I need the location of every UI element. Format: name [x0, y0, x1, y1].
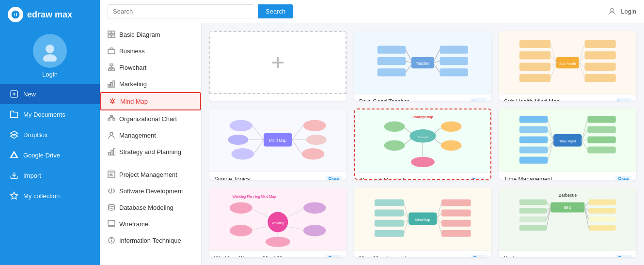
- svg-marker-7: [11, 134, 18, 139]
- secondary-nav-label: Strategy and Planning: [119, 148, 181, 156]
- svg-rect-76: [519, 74, 550, 81]
- mindmap-icon: [109, 97, 116, 105]
- secondary-nav-item-database[interactable]: Database Modeling: [100, 199, 201, 216]
- svg-rect-61: [377, 68, 406, 76]
- secondary-nav-item-management[interactable]: Management: [100, 127, 201, 143]
- svg-point-140: [230, 225, 252, 236]
- svg-rect-23: [108, 84, 110, 87]
- secondary-nav-item-flowchart[interactable]: Flowchart: [100, 59, 201, 76]
- svg-line-70: [434, 64, 440, 72]
- secondary-nav-label: Information Technique: [119, 237, 181, 244]
- template-card-mind-map-template[interactable]: Mind Map: [354, 187, 491, 257]
- template-card-wedding[interactable]: Wedding Planning Mind Map Wedding: [209, 187, 346, 257]
- template-card-concept-map[interactable]: Concept Map Concept: [354, 109, 491, 180]
- svg-rect-34: [108, 119, 110, 120]
- svg-line-65: [406, 49, 411, 61]
- secondary-nav-label: Project Management: [119, 171, 177, 178]
- new-template-card[interactable]: +: [209, 31, 346, 101]
- svg-point-110: [411, 157, 435, 167]
- svg-line-130: [548, 140, 554, 150]
- svg-rect-14: [112, 35, 115, 38]
- svg-rect-24: [110, 82, 112, 87]
- template-card-time-mgmt[interactable]: Time Mgmt: [499, 109, 636, 180]
- svg-rect-78: [585, 51, 616, 59]
- svg-rect-64: [440, 68, 469, 76]
- title-row: Time Management Free: [504, 176, 631, 180]
- wedding-thumb: Wedding Planning Mind Map Wedding: [209, 187, 346, 250]
- time-mgmt-info: Time Management Free 👍 0 ♡ 0 ⧉ 0: [499, 171, 636, 180]
- secondary-nav-item-project-mgmt[interactable]: Project Management: [100, 166, 201, 183]
- secondary-nav-item-marketing[interactable]: Marketing: [100, 76, 201, 92]
- secondary-nav-item-org-chart[interactable]: Organizational Chart: [100, 110, 201, 127]
- grid-icon: [108, 31, 115, 38]
- secondary-nav-item-software-dev[interactable]: Software Development: [100, 183, 201, 199]
- sidebar-item-my-collection[interactable]: My collection: [0, 186, 100, 206]
- svg-line-145: [252, 227, 268, 230]
- concept-map-diagram: Concept Map Concept: [362, 112, 484, 169]
- svg-point-26: [111, 100, 114, 103]
- svg-line-31: [113, 102, 115, 104]
- template-badge: Free: [326, 255, 342, 257]
- svg-rect-33: [110, 115, 112, 117]
- template-badge: Free: [471, 98, 487, 101]
- svg-rect-176: [519, 225, 547, 231]
- template-card-sub-health[interactable]: Sub Health: [499, 31, 636, 101]
- svg-line-68: [434, 49, 440, 61]
- svg-rect-43: [113, 149, 115, 155]
- sub-health-info: Sub Health Mind Map Free 👍 0 ♡ 0 ⧉ 2: [499, 94, 636, 101]
- avatar: [33, 34, 67, 68]
- sidebar-item-new[interactable]: New: [0, 84, 100, 104]
- header-login-label[interactable]: Login: [621, 8, 636, 15]
- svg-point-108: [441, 122, 462, 132]
- svg-text:Mind Map: Mind Map: [269, 139, 287, 143]
- svg-rect-60: [377, 57, 406, 64]
- search-input[interactable]: [108, 4, 253, 18]
- secondary-nav-item-strategy[interactable]: Strategy and Planning: [100, 143, 201, 160]
- svg-rect-35: [113, 119, 115, 120]
- management-icon: [108, 131, 115, 139]
- secondary-nav-item-info-tech[interactable]: Information Technique: [100, 232, 201, 249]
- sidebar-item-import[interactable]: Import: [0, 165, 100, 186]
- sidebar-item-google-drive[interactable]: Google Drive: [0, 145, 100, 165]
- template-card-barbecue[interactable]: Barbecue BBQ: [499, 187, 636, 257]
- barbecue-info: Barbecue Free 👍 0 ♡ 0 ⧉ 0: [499, 250, 636, 257]
- svg-point-49: [109, 204, 114, 206]
- secondary-nav-item-wireframe[interactable]: Wireframe: [100, 216, 201, 232]
- svg-line-85: [579, 44, 585, 62]
- svg-line-69: [434, 61, 440, 62]
- sidebar-google-drive-label: Google Drive: [23, 152, 60, 159]
- title-row: Simple Topics Free: [214, 176, 342, 180]
- svg-point-93: [232, 148, 254, 159]
- sidebar-new-label: New: [23, 91, 36, 98]
- svg-rect-171: [519, 208, 547, 214]
- mind-map-template-diagram: Mind Map: [361, 191, 485, 248]
- svg-rect-17: [109, 69, 111, 71]
- svg-text:Barbecue: Barbecue: [559, 193, 577, 198]
- briefcase-icon: [108, 47, 115, 55]
- template-card-good-teacher[interactable]: Teacher: [354, 31, 491, 101]
- nav-divider: [100, 163, 201, 163]
- svg-rect-156: [441, 209, 471, 216]
- secondary-nav-label: Basic Diagram: [119, 31, 160, 38]
- secondary-nav-label: Marketing: [119, 80, 147, 88]
- svg-line-99: [254, 140, 264, 154]
- search-button[interactable]: Search: [258, 4, 293, 18]
- sidebar-item-my-documents[interactable]: My Documents: [0, 104, 100, 125]
- sidebar-login-label[interactable]: Login: [42, 71, 58, 78]
- secondary-nav-item-mind-map[interactable]: Mind Map: [100, 92, 201, 110]
- secondary-sidebar: Basic Diagram Business Flowchart Marketi…: [100, 23, 202, 265]
- secondary-nav-item-business[interactable]: Business: [100, 43, 201, 59]
- template-card-simple-topics[interactable]: Mind Map: [209, 109, 346, 180]
- wireframe-icon: [108, 220, 115, 228]
- svg-point-95: [306, 135, 327, 145]
- title-row: Concept Map Fifteen Free: [360, 177, 486, 180]
- svg-line-182: [585, 202, 589, 207]
- svg-rect-75: [519, 62, 550, 70]
- sidebar-item-dropbox[interactable]: DropBox: [0, 125, 100, 145]
- database-icon: [108, 203, 115, 211]
- secondary-nav-item-basic-diagram[interactable]: Basic Diagram: [100, 26, 201, 43]
- secondary-nav-label: Business: [119, 47, 145, 55]
- svg-point-107: [384, 140, 405, 151]
- svg-rect-11: [108, 31, 111, 34]
- svg-rect-124: [587, 126, 616, 133]
